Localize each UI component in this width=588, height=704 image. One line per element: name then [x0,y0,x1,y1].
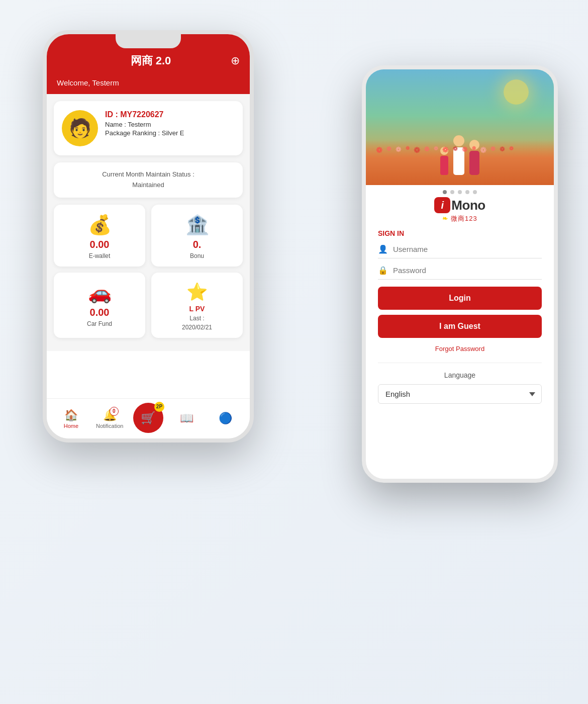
phone-left-body: 🧑 ID : MY7220627 Name : Testerm Package … [47,94,250,351]
imono-logo: i Mono ❧ 微商123 [378,197,542,223]
bonus-value: 0. [157,239,237,250]
carfund-value: 0.00 [60,307,139,318]
password-row: 🔒 [378,266,542,280]
language-label: Language [378,371,542,379]
ewallet-value: 0.00 [60,239,139,250]
lpv-card[interactable]: ⭐ L PV Last : 2020/02/21 [151,273,243,338]
maintain-card: Current Month Maintain Status : Maintain… [54,162,243,198]
bonus-card[interactable]: 🏦 0. Bonu [151,205,243,267]
dot-1 [443,190,447,194]
book-icon: 📖 [180,412,193,425]
bottom-nav: 🏠 Home 🔔 0 Notification 🛒 2P 📖 🔵 [47,398,250,438]
notification-badge: 0 [110,407,119,416]
ewallet-icon: 💰 [60,214,139,236]
tab-home[interactable]: 🏠 Home [52,409,90,429]
tab-notification[interactable]: 🔔 0 Notification [90,409,129,429]
tab-more[interactable]: 🔵 [206,412,245,426]
login-content: i Mono ❧ 微商123 SIGN IN 👤 🔒 Login I am Gu… [366,197,554,414]
language-select[interactable]: English Chinese [378,384,542,404]
avatar: 🧑 [62,110,98,146]
imono-logo-text: i Mono [378,197,542,213]
imono-i-letter: i [434,197,450,213]
person-1 [453,135,464,175]
hero-image: ❁ ❁ ❁ ❁ ❁ ❁ ❁ ❁ ❁ ❁ ❁ ❁ ❁ ❁ ❁ [366,69,554,185]
password-input[interactable] [393,266,542,275]
phone-left-notch [116,34,181,48]
hero-people [440,135,479,175]
hero-scene: ❁ ❁ ❁ ❁ ❁ ❁ ❁ ❁ ❁ ❁ ❁ ❁ ❁ ❁ ❁ [366,69,554,185]
username-row: 👤 [378,244,542,258]
bonus-label: Bonu [157,252,237,259]
phone-right: ❁ ❁ ❁ ❁ ❁ ❁ ❁ ❁ ❁ ❁ ❁ ❁ ❁ ❁ ❁ [362,65,558,483]
dot-5 [473,190,477,194]
dot-3 [458,190,462,194]
profile-card: 🧑 ID : MY7220627 Name : Testerm Package … [54,101,243,155]
cart-button[interactable]: 🛒 2P [133,403,163,433]
maintain-line1: Current Month Maintain Status : [102,170,194,178]
carfund-icon: 🚗 [60,282,139,304]
maintain-line2: Maintained [132,181,164,189]
imono-sub-text: 微商123 [451,215,477,222]
fund-row-1: 💰 0.00 E-wallet 🏦 0. Bonu [54,205,243,267]
sun [504,79,529,105]
guest-button[interactable]: I am Guest [378,315,542,338]
ewallet-card[interactable]: 💰 0.00 E-wallet [54,205,145,267]
imono-mono-text: Mono [451,198,485,213]
tab-book[interactable]: 📖 [167,412,206,426]
profile-info: ID : MY7220627 Name : Testerm Package Ra… [105,110,235,137]
carousel-dots [366,185,554,197]
phone-left-title: 网商 2.0 [71,53,231,68]
bonus-icon: 🏦 [157,214,237,236]
lpv-icon: ⭐ [157,282,237,302]
carfund-card[interactable]: 🚗 0.00 Car Fund [54,273,145,338]
phone-left: 网商 2.0 ⊕ Welcome, Testerm 🧑 ID : MY72206… [43,30,254,443]
flowers: ❁ ❁ ❁ ❁ ❁ ❁ ❁ ❁ ❁ ❁ ❁ ❁ ❁ ❁ ❁ [376,145,544,155]
sign-in-label: SIGN IN [378,229,542,237]
imono-subtitle: ❧ 微商123 [378,214,542,223]
lpv-sub2: 2020/02/21 [157,324,237,331]
cart-badge: 2P [154,402,164,412]
carfund-label: Car Fund [60,320,139,327]
lock-icon: 🔒 [378,266,388,275]
home-icon: 🏠 [64,409,78,422]
ewallet-label: E-wallet [60,252,139,259]
search-user-icon[interactable]: ⊕ [231,54,240,67]
username-input[interactable] [393,245,542,253]
dot-2 [450,190,454,194]
tab-notification-label: Notification [96,423,123,429]
more-icon: 🔵 [219,412,232,425]
bell-icon: 🔔 0 [103,409,117,422]
profile-id: ID : MY7220627 [105,110,235,119]
user-icon: 👤 [378,244,388,254]
divider [378,363,542,363]
fund-row-2: 🚗 0.00 Car Fund ⭐ L PV Last : 2020/02/21 [54,273,243,338]
tab-home-label: Home [64,423,78,429]
dot-4 [465,190,469,194]
forgot-password-link[interactable]: Forgot Password [378,345,542,353]
profile-rank: Package Ranking : Silver E [105,129,235,137]
profile-name: Name : Testerm [105,121,235,128]
welcome-text: Welcome, Testerm [47,75,250,94]
lpv-sub1: Last : [157,315,237,322]
tab-cart[interactable]: 🛒 2P [129,403,168,435]
login-button[interactable]: Login [378,287,542,310]
lpv-label: L PV [157,305,237,313]
